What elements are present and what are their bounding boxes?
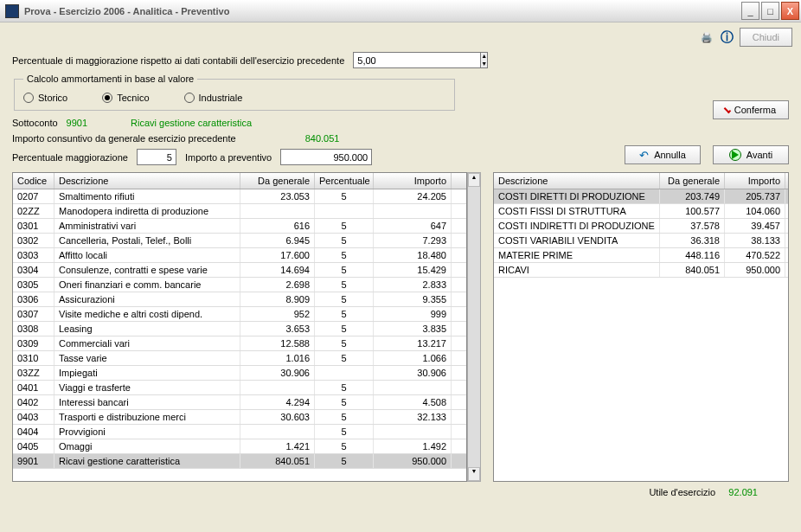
th-descrizione[interactable]: Descrizione <box>54 173 240 189</box>
th-dagenerale[interactable]: Da generale <box>240 173 315 189</box>
utile-value: 92.091 <box>728 487 758 497</box>
table-row[interactable]: COSTI FISSI DI STRUTTURA100.577104.060 <box>494 204 788 219</box>
table-row[interactable]: 0310Tasse varie1.01651.066 <box>13 351 466 366</box>
toolbar: 🖨️ ⓘ Chiudi <box>0 22 801 48</box>
left-table: Codice Descrizione Da generale Percentua… <box>12 172 467 482</box>
importo-prev-input[interactable] <box>280 149 372 165</box>
radio-icon <box>184 93 195 103</box>
radio-industriale[interactable]: Industriale <box>184 93 243 103</box>
print-icon[interactable]: 🖨️ <box>698 29 715 46</box>
importo-consuntivo-value: 840.051 <box>305 133 340 144</box>
table-row[interactable]: 0404Provvigioni5 <box>13 425 466 439</box>
right-table-body: COSTI DIRETTI DI PRODUZIONE203.749205.73… <box>494 189 788 480</box>
left-table-body: 0207Smaltimento rifiuti23.053524.20502ZZ… <box>13 189 466 480</box>
right-table: Descrizione Da generale Importo COSTI DI… <box>493 172 789 482</box>
table-row[interactable]: 0305Oneri finanziari e comm. bancarie2.6… <box>13 278 466 292</box>
table-row[interactable]: 0303Affitto locali17.600518.480 <box>13 248 466 263</box>
table-row[interactable]: 0402Interessi bancari4.29454.508 <box>13 395 466 410</box>
window-title: Prova - Esercizio 2006 - Analitica - Pre… <box>24 6 741 16</box>
sottoconto-label: Sottoconto <box>12 118 58 128</box>
perc-maggiorazione-label: Percentuale di maggiorazione rispetto ai… <box>12 55 344 66</box>
avanti-button[interactable]: Avanti <box>713 145 789 164</box>
perc-magg-label: Percentuale maggiorazione <box>12 152 128 163</box>
table-row[interactable]: 0308Leasing3.65353.835 <box>13 322 466 337</box>
table-row[interactable]: 0302Cancelleria, Postali, Telef., Bolli6… <box>13 234 466 248</box>
perc-magg-input[interactable] <box>137 149 176 165</box>
close-button[interactable]: X <box>781 2 799 20</box>
table-row[interactable]: MATERIE PRIME448.116470.522 <box>494 248 788 263</box>
th-percentuale[interactable]: Percentuale <box>315 173 374 189</box>
footer: Utile d'esercizio 92.091 <box>12 487 789 497</box>
importo-consuntivo-label: Importo consuntivo da generale esercizio… <box>12 133 236 144</box>
table-row[interactable]: RICAVI840.051950.000 <box>494 263 788 278</box>
utile-label: Utile d'esercizio <box>649 487 715 497</box>
table-row[interactable]: 0207Smaltimento rifiuti23.053524.205 <box>13 189 466 204</box>
sottoconto-code: 9901 <box>67 118 87 128</box>
table-row[interactable]: 9901Ricavi gestione caratteristica840.05… <box>13 454 466 469</box>
perc-maggiorazione-input[interactable] <box>353 52 480 68</box>
ammortamenti-fieldset: Calcolo ammortamenti in base al valore S… <box>14 74 455 111</box>
table-row[interactable]: COSTI DIRETTI DI PRODUZIONE203.749205.73… <box>494 189 788 204</box>
spinner-buttons[interactable]: ▲▼ <box>480 52 488 68</box>
titlebar: Prova - Esercizio 2006 - Analitica - Pre… <box>0 0 801 22</box>
th-descrizione[interactable]: Descrizione <box>494 173 660 189</box>
importo-prev-label: Importo a preventivo <box>185 152 272 163</box>
table-row[interactable]: 0301Amministrativi vari6165647 <box>13 219 466 234</box>
app-icon <box>5 4 19 18</box>
check-icon <box>724 106 731 113</box>
table-row[interactable]: 0309Commerciali vari12.588513.217 <box>13 337 466 351</box>
table-row[interactable]: 0307Visite mediche e altri costi dipend.… <box>13 307 466 322</box>
table-row[interactable]: COSTI INDIRETTI DI PRODUZIONE37.57839.45… <box>494 219 788 234</box>
arrow-right-icon <box>729 149 741 161</box>
table-row[interactable]: 0306Assicurazioni8.90959.355 <box>13 292 466 307</box>
table-row[interactable]: 0304Consulenze, contratti e spese varie1… <box>13 263 466 278</box>
right-table-header: Descrizione Da generale Importo <box>494 173 788 189</box>
chiudi-button[interactable]: Chiudi <box>740 28 792 47</box>
undo-icon: ↶ <box>639 149 649 162</box>
perc-maggiorazione-spinner[interactable]: ▲▼ <box>353 52 410 68</box>
th-importo[interactable]: Importo <box>374 173 452 189</box>
maximize-button[interactable]: □ <box>761 2 779 20</box>
th-dagenerale[interactable]: Da generale <box>660 173 725 189</box>
table-row[interactable]: COSTI VARIABILI VENDITA36.31838.133 <box>494 234 788 248</box>
left-table-header: Codice Descrizione Da generale Percentua… <box>13 173 466 189</box>
sottoconto-desc: Ricavi gestione caratteristica <box>131 118 252 128</box>
table-row[interactable]: 0405Omaggi1.42151.492 <box>13 439 466 454</box>
left-outer-scrollbar[interactable]: ▲▼ <box>467 172 481 482</box>
th-importo[interactable]: Importo <box>725 173 785 189</box>
info-icon[interactable]: ⓘ <box>719 29 736 46</box>
th-codice[interactable]: Codice <box>13 173 54 189</box>
radio-icon <box>102 93 112 103</box>
table-row[interactable]: 0401Viaggi e trasferte5 <box>13 381 466 395</box>
radio-icon <box>23 93 34 103</box>
fieldset-legend: Calcolo ammortamenti in base al valore <box>23 74 197 84</box>
annulla-button[interactable]: ↶Annulla <box>625 145 701 164</box>
radio-tecnico[interactable]: Tecnico <box>102 93 149 103</box>
minimize-button[interactable]: _ <box>741 2 759 20</box>
radio-storico[interactable]: Storico <box>23 93 67 103</box>
table-row[interactable]: 02ZZManodopera indiretta di produzione <box>13 204 466 219</box>
table-row[interactable]: 03ZZImpiegati30.90630.906 <box>13 366 466 381</box>
conferma-button[interactable]: Conferma <box>713 100 789 119</box>
table-row[interactable]: 0403Trasporti e distribuzione merci30.60… <box>13 410 466 425</box>
